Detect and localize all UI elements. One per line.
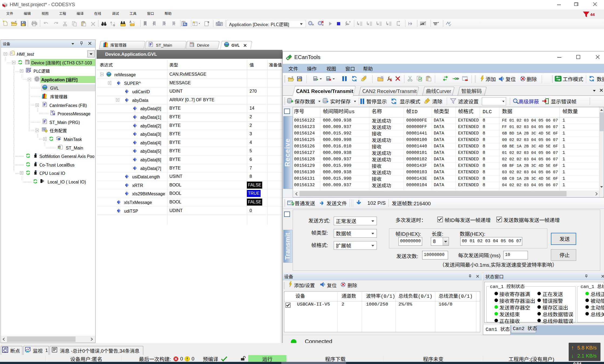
- svg-text:A: A: [129, 20, 131, 23]
- svg-text:Transmit: Transmit: [284, 233, 291, 260]
- svg-text:Receive: Receive: [283, 138, 291, 167]
- svg-text:M: M: [52, 112, 55, 116]
- svg-text:A: A: [110, 21, 112, 24]
